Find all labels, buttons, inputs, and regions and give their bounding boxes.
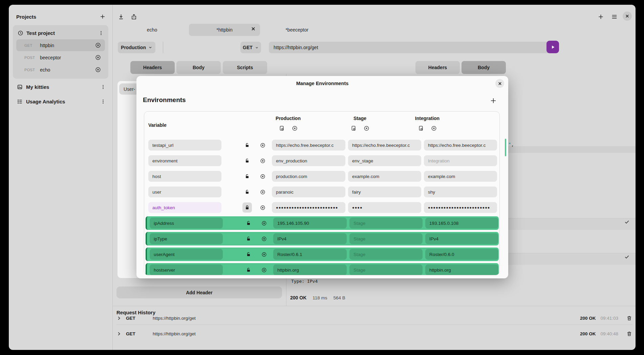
env-value-input[interactable] bbox=[349, 249, 423, 260]
env-var-name-input[interactable] bbox=[150, 218, 223, 229]
duplicate-environment-icon[interactable] bbox=[278, 125, 285, 132]
response-tab-headers[interactable]: Headers bbox=[415, 61, 460, 74]
env-value-input[interactable] bbox=[349, 264, 423, 275]
send-request-button[interactable] bbox=[546, 41, 559, 53]
sidebar-item-beeceptor[interactable]: POST beeceptor bbox=[16, 52, 105, 63]
duplicate-environment-icon[interactable] bbox=[417, 125, 425, 132]
tab-beeceptor[interactable]: *beeceptor bbox=[261, 24, 332, 36]
close-request-icon[interactable] bbox=[94, 42, 102, 49]
env-var-name-input[interactable] bbox=[148, 202, 221, 213]
delete-environment-icon[interactable] bbox=[291, 125, 298, 132]
env-value-input[interactable] bbox=[424, 202, 497, 213]
env-value-input[interactable] bbox=[425, 249, 498, 260]
env-value-input[interactable] bbox=[349, 233, 423, 244]
env-value-input[interactable] bbox=[348, 186, 421, 197]
remove-variable-button[interactable] bbox=[258, 171, 267, 181]
env-value-input[interactable] bbox=[272, 202, 345, 213]
lock-open-button[interactable] bbox=[244, 249, 253, 259]
env-value-input[interactable] bbox=[424, 186, 497, 197]
remove-variable-button[interactable] bbox=[259, 234, 269, 244]
env-value-input[interactable] bbox=[424, 140, 497, 151]
env-value-input[interactable] bbox=[348, 140, 421, 151]
env-var-name-input[interactable] bbox=[148, 140, 221, 151]
remove-variable-button[interactable] bbox=[258, 202, 267, 213]
modal-close-button[interactable] bbox=[495, 79, 504, 88]
method-selector[interactable]: GET bbox=[240, 42, 261, 53]
export-share-icon[interactable] bbox=[130, 13, 138, 21]
env-value-input[interactable] bbox=[273, 218, 347, 229]
env-value-input[interactable] bbox=[273, 249, 347, 260]
env-value-input[interactable] bbox=[272, 186, 345, 197]
lock-open-button[interactable] bbox=[244, 234, 253, 244]
sidebar-item-httpbin[interactable]: GET httpbin bbox=[16, 39, 105, 51]
modal-scrollbar-thumb[interactable] bbox=[505, 139, 506, 156]
menu-hamburger-icon[interactable] bbox=[610, 13, 618, 21]
env-value-input[interactable] bbox=[424, 155, 497, 166]
url-input[interactable] bbox=[269, 42, 554, 53]
request-tab-body[interactable]: Body bbox=[176, 61, 221, 74]
env-value-input[interactable] bbox=[425, 233, 498, 244]
remove-variable-button[interactable] bbox=[259, 218, 269, 228]
lock-closed-button[interactable] bbox=[242, 202, 252, 213]
project-header[interactable]: Test project bbox=[14, 27, 107, 39]
lock-open-button[interactable] bbox=[244, 265, 253, 275]
history-time: 09:40:48 bbox=[600, 331, 618, 336]
lock-open-button[interactable] bbox=[242, 140, 252, 150]
add-environment-button[interactable] bbox=[488, 97, 499, 104]
env-var-name-input[interactable] bbox=[148, 186, 221, 197]
project-menu-kebab-icon[interactable] bbox=[100, 83, 106, 91]
response-tab-body[interactable]: Body bbox=[461, 61, 506, 74]
request-tab-scripts[interactable]: Scripts bbox=[223, 61, 267, 74]
env-value-input[interactable] bbox=[349, 218, 423, 229]
trash-icon[interactable] bbox=[626, 330, 633, 337]
sidebar-item-usage-analytics[interactable]: Usage Analytics bbox=[9, 93, 112, 108]
window-close-button[interactable] bbox=[623, 12, 632, 21]
duplicate-environment-icon[interactable] bbox=[350, 125, 357, 132]
tab-echo[interactable]: echo bbox=[116, 24, 188, 36]
env-value-input[interactable] bbox=[273, 233, 347, 244]
project-menu-kebab-icon[interactable] bbox=[98, 29, 104, 37]
remove-variable-button[interactable] bbox=[258, 156, 267, 166]
environment-selector[interactable]: Production bbox=[118, 42, 155, 53]
env-value-input[interactable] bbox=[348, 202, 421, 213]
env-value-input[interactable] bbox=[272, 171, 345, 182]
tab-close-icon[interactable] bbox=[251, 27, 255, 31]
lock-open-button[interactable] bbox=[244, 218, 253, 228]
env-value-input[interactable] bbox=[273, 264, 347, 275]
add-header-button[interactable]: Add Header bbox=[116, 287, 282, 298]
env-value-input[interactable] bbox=[348, 155, 421, 166]
remove-variable-button[interactable] bbox=[258, 140, 267, 150]
lock-open-button[interactable] bbox=[242, 156, 252, 166]
delete-environment-icon[interactable] bbox=[363, 125, 370, 132]
env-value-input[interactable] bbox=[348, 171, 421, 182]
history-row[interactable]: GET https://httpbin.org/get 200 OK 09:40… bbox=[116, 328, 633, 340]
close-request-icon[interactable] bbox=[94, 66, 102, 73]
env-var-name-input[interactable] bbox=[148, 155, 221, 166]
add-project-button[interactable] bbox=[99, 13, 106, 20]
remove-variable-button[interactable] bbox=[259, 249, 269, 259]
env-var-name-input[interactable] bbox=[150, 264, 223, 275]
env-value-input[interactable] bbox=[425, 218, 498, 229]
lock-open-button[interactable] bbox=[242, 171, 252, 181]
tab-httpbin[interactable]: *httpbin bbox=[189, 24, 260, 36]
new-tab-plus-icon[interactable] bbox=[597, 13, 605, 21]
env-value-input[interactable] bbox=[425, 264, 498, 275]
sidebar-item-my-kitties[interactable]: My kitties bbox=[9, 79, 112, 93]
sidebar-item-echo[interactable]: POST echo bbox=[16, 64, 105, 76]
project-menu-kebab-icon[interactable] bbox=[100, 98, 106, 105]
env-value-input[interactable] bbox=[272, 155, 345, 166]
import-download-icon[interactable] bbox=[117, 13, 125, 21]
remove-variable-button[interactable] bbox=[258, 187, 267, 197]
close-request-icon[interactable] bbox=[94, 54, 102, 61]
lock-open-button[interactable] bbox=[242, 187, 252, 197]
env-var-name-input[interactable] bbox=[150, 233, 223, 244]
remove-variable-button[interactable] bbox=[259, 265, 269, 275]
history-row[interactable]: GET https://httpbin.org/get 200 OK 09:41… bbox=[116, 312, 633, 324]
delete-environment-icon[interactable] bbox=[430, 125, 437, 132]
env-var-name-input[interactable] bbox=[148, 171, 221, 182]
trash-icon[interactable] bbox=[626, 315, 633, 322]
env-var-name-input[interactable] bbox=[150, 249, 223, 260]
env-value-input[interactable] bbox=[272, 140, 345, 151]
env-value-input[interactable] bbox=[424, 171, 497, 182]
request-tab-headers[interactable]: Headers bbox=[130, 61, 175, 74]
